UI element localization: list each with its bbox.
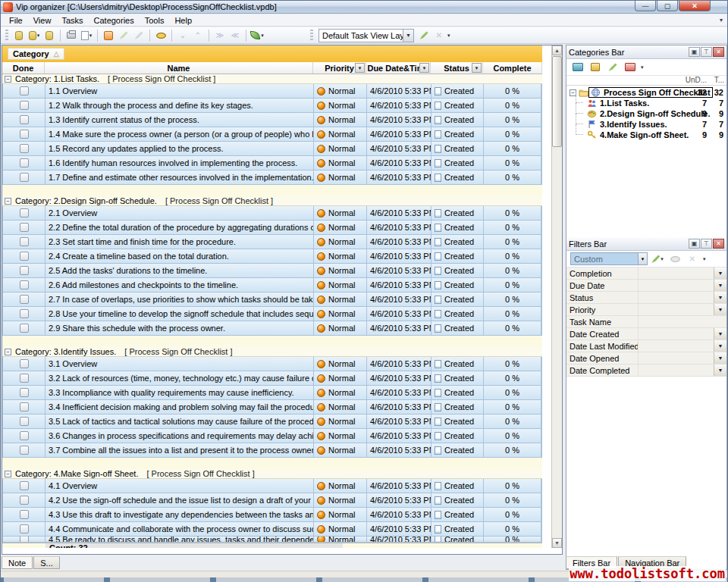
table-row[interactable]: 1.6 Identify human resources involved in… (2, 156, 542, 171)
new-task-button[interactable] (101, 29, 116, 42)
filter-dropdown-button[interactable]: ▼ (714, 365, 726, 376)
task-done-checkbox[interactable] (20, 446, 29, 455)
toolbar-overflow-icon[interactable]: ▾ (447, 33, 450, 39)
table-row[interactable]: 4.1 OverviewNormal4/6/2010 5:33 PMCreate… (2, 479, 542, 493)
panel-restore-button[interactable]: ▣ (689, 239, 700, 249)
combobox-dropdown-button[interactable]: ▼ (403, 30, 413, 42)
collapse-icon[interactable]: − (5, 471, 11, 477)
task-done-checkbox[interactable] (20, 295, 29, 304)
table-row[interactable]: 2.3 Set start time and finish time for t… (2, 235, 542, 249)
table-row[interactable]: 3.4 Inefficient decision making and prob… (2, 400, 542, 415)
group-by-category-button[interactable]: Category △ (8, 48, 64, 60)
table-row[interactable]: 1.2 Walk through the process and define … (2, 99, 542, 113)
table-row[interactable]: 2.6 Add milestones and checkpoints to th… (2, 278, 542, 293)
scroll-down-button[interactable]: ▼ (552, 538, 562, 548)
table-row[interactable]: 3.1 OverviewNormal4/6/2010 5:33 PMCreate… (2, 357, 542, 371)
toolbar-grip[interactable] (5, 30, 8, 42)
table-row[interactable]: 4.5 Be ready to discuss and handle any i… (2, 537, 542, 543)
filter-value-field[interactable] (639, 328, 714, 340)
tab-s-[interactable]: S... (33, 556, 60, 569)
filter-value-field[interactable] (639, 316, 726, 327)
panel-restore-button[interactable]: ▣ (689, 47, 700, 57)
table-row[interactable]: 3.2 Lack of resources (time, money, tech… (2, 371, 542, 386)
table-row[interactable]: 2.7 In case of overlaps, use priorities … (2, 293, 542, 307)
filter-value-field[interactable] (639, 292, 714, 303)
filter-preset-combobox[interactable]: Custom ▼ (570, 252, 648, 265)
filter-value-field[interactable] (639, 268, 714, 279)
task-done-checkbox[interactable] (20, 237, 29, 246)
table-row[interactable]: 3.6 Changes in process specifications an… (2, 429, 542, 443)
total-column-header[interactable]: T... (714, 76, 724, 84)
scrollbar-thumb[interactable] (552, 56, 562, 147)
task-done-checkbox[interactable] (20, 524, 29, 534)
task-done-checkbox[interactable] (20, 402, 29, 411)
panel-pin-button[interactable]: ⊤ (701, 239, 712, 249)
category-group-header[interactable]: −Category: 3.Identify Issues.[ Process S… (2, 347, 542, 357)
panel-close-button[interactable]: ✕ (713, 239, 724, 249)
filter-dropdown-button[interactable]: ▼ (714, 340, 726, 352)
clear-filter-button[interactable] (667, 252, 682, 266)
delete-category-button[interactable] (623, 61, 638, 74)
table-row[interactable]: 2.1 OverviewNormal4/6/2010 5:33 PMCreate… (2, 206, 542, 221)
column-header-complete[interactable]: Complete (483, 62, 542, 74)
print-preview-button[interactable]: ▾ (79, 29, 94, 42)
column-filter-button[interactable]: ▼ (355, 63, 365, 73)
task-done-checkbox[interactable] (20, 266, 29, 275)
column-header-status[interactable]: Status▼ (431, 62, 483, 74)
task-done-checkbox[interactable] (20, 359, 29, 368)
table-row[interactable]: 4.4 Communicate and collaborate with the… (2, 522, 542, 537)
task-done-checkbox[interactable] (20, 374, 29, 383)
delete-layout-button[interactable]: ✕ (431, 29, 447, 42)
filter-value-field[interactable] (639, 365, 714, 376)
filter-value-field[interactable] (639, 280, 714, 291)
move-down-button[interactable]: ⌄ (175, 29, 190, 42)
move-up-button[interactable]: ⌃ (190, 29, 206, 42)
task-done-checkbox[interactable] (20, 252, 29, 261)
move-bottom-button[interactable]: ≫ (212, 29, 228, 42)
new-category-button[interactable] (588, 61, 603, 74)
open-database-button[interactable]: ▾ (27, 29, 42, 42)
column-header-due-date-time[interactable]: Due Date&Time▼ (366, 62, 431, 74)
filter-dropdown-button[interactable]: ▼ (714, 292, 726, 303)
task-done-checkbox[interactable] (20, 431, 29, 440)
close-button[interactable]: ✕ (679, 1, 711, 11)
task-done-checkbox[interactable] (20, 130, 29, 139)
menu-categories[interactable]: Categories (89, 15, 140, 26)
filter-dropdown-button[interactable]: ▼ (714, 304, 726, 315)
maximize-button[interactable]: ▢ (657, 1, 678, 11)
delete-filter-button[interactable]: ✕ (685, 252, 700, 266)
table-row[interactable]: 2.8 Use your timeline to develop the sig… (2, 307, 542, 321)
category-group-header[interactable]: −Category: 4.Make Sign-off Sheet.[ Proce… (2, 469, 542, 479)
scroll-up-button[interactable]: ▲ (552, 45, 562, 55)
menu-overflow-icon[interactable]: ▾ (720, 17, 723, 23)
save-database-button[interactable] (42, 29, 57, 42)
filter-dropdown-button[interactable]: ▼ (714, 352, 726, 364)
print-button[interactable] (64, 29, 79, 42)
column-header-priority[interactable]: Priority▼ (313, 62, 366, 74)
task-done-checkbox[interactable] (20, 173, 29, 182)
toolbar-grip[interactable] (310, 30, 313, 42)
filter-dropdown-button[interactable]: ▼ (714, 268, 726, 279)
apply-filter-button[interactable]: ▾ (650, 252, 665, 266)
panel-pin-button[interactable]: ⊤ (701, 47, 712, 57)
minimize-button[interactable]: — (635, 1, 656, 11)
table-row[interactable]: 1.4 Make sure the process owner (a perso… (2, 127, 542, 142)
menu-file[interactable]: File (4, 15, 28, 26)
column-header-name[interactable]: Name (45, 62, 313, 74)
table-row[interactable]: 3.7 Combine all the issues into a list a… (2, 443, 542, 458)
task-done-checkbox[interactable] (20, 144, 29, 153)
task-done-checkbox[interactable] (20, 417, 29, 426)
column-header-done[interactable]: Done (2, 62, 45, 74)
menu-tools[interactable]: Tools (140, 15, 170, 26)
tab-note[interactable]: Note (2, 556, 33, 569)
tree-item[interactable]: 2.Design Sign-off Schedule.99 (566, 108, 726, 119)
task-done-checkbox[interactable] (20, 510, 29, 519)
table-row[interactable]: 2.5 Add the tasks' durations to the time… (2, 264, 542, 278)
menu-help[interactable]: Help (169, 15, 197, 26)
undone-column-header[interactable]: UnD... (686, 76, 707, 84)
task-done-checkbox[interactable] (20, 324, 29, 333)
task-done-checkbox[interactable] (20, 158, 29, 167)
collapse-icon[interactable]: − (5, 198, 11, 205)
table-row[interactable]: 3.3 Incompliance with quality requiremen… (2, 386, 542, 400)
column-filter-button[interactable]: ▼ (472, 63, 482, 73)
